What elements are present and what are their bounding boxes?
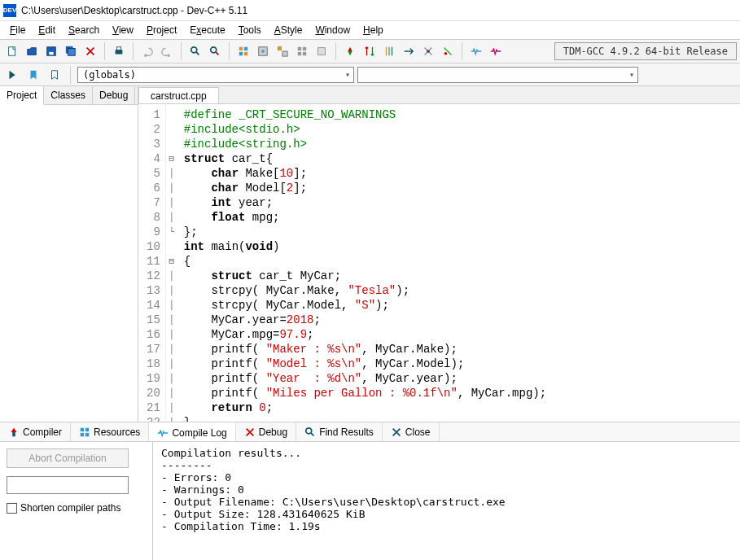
symbols-combo[interactable] (357, 67, 638, 83)
bottom-tab-debug[interactable]: Debug (236, 422, 296, 441)
left-tab-debug[interactable]: Debug (93, 86, 135, 104)
rebuild-icon[interactable] (293, 42, 311, 60)
compile-log-output[interactable]: Compilation results... -------- - Errors… (153, 442, 740, 560)
new-file-icon[interactable] (3, 42, 21, 60)
menu-astyle[interactable]: AStyle (269, 23, 308, 37)
svg-point-7 (191, 47, 197, 53)
save-all-icon[interactable] (62, 42, 80, 60)
bottom-tab-compiler[interactable]: Compiler (0, 422, 71, 441)
compile-filter-input[interactable] (7, 476, 129, 494)
insert-icon[interactable] (3, 66, 21, 84)
open-file-icon[interactable] (23, 42, 41, 60)
svg-rect-0 (9, 47, 15, 56)
abort-compilation-button: Abort Compilation (7, 448, 129, 468)
bottom-tab-compile-log[interactable]: Compile Log (149, 422, 235, 441)
print-icon[interactable] (110, 42, 128, 60)
menu-view[interactable]: View (107, 23, 138, 37)
up-red-icon (8, 427, 20, 438)
menu-help[interactable]: Help (358, 23, 388, 37)
arrows-icon[interactable] (361, 42, 379, 60)
close-icon[interactable] (81, 42, 99, 60)
grid-icon (79, 427, 90, 438)
project-panel: ProjectClassesDebug (0, 86, 138, 422)
toolbar-secondary: (globals) (0, 63, 740, 86)
svg-rect-5 (116, 50, 123, 54)
compile-run-icon[interactable] (274, 42, 291, 60)
save-icon[interactable] (42, 42, 60, 60)
menu-search[interactable]: Search (63, 23, 104, 37)
svg-rect-26 (85, 427, 89, 431)
svg-point-8 (211, 47, 217, 53)
menu-execute[interactable]: Execute (185, 23, 230, 37)
bottom-tab-resources[interactable]: Resources (71, 422, 149, 441)
menubar: FileEditSearchViewProjectExecuteToolsASt… (0, 21, 740, 39)
svg-point-23 (444, 52, 448, 55)
shorten-paths-checkbox[interactable] (7, 503, 17, 514)
svg-rect-28 (85, 432, 89, 435)
compiler-selector[interactable]: TDM-GCC 4.9.2 64-bit Release (554, 42, 737, 60)
profile-icon[interactable] (341, 42, 359, 60)
redo-icon[interactable] (158, 42, 176, 60)
bottom-tab-find-results[interactable]: Find Results (296, 422, 383, 441)
svg-rect-11 (239, 52, 243, 55)
undo-icon[interactable] (138, 42, 156, 60)
svg-rect-9 (239, 47, 243, 50)
svg-point-22 (427, 50, 430, 53)
goto-icon[interactable] (400, 42, 418, 60)
file-tab-carstruct[interactable]: carstruct.cpp (138, 87, 219, 103)
run-icon[interactable] (254, 42, 272, 60)
menu-tools[interactable]: Tools (234, 23, 266, 37)
bottom-tab-close[interactable]: Close (383, 422, 440, 441)
svg-rect-19 (298, 52, 301, 55)
compile-icon[interactable] (234, 42, 252, 60)
toolbar-main: TDM-GCC 4.9.2 64-bit Release (0, 39, 740, 63)
debug-toolbar-icon[interactable] (313, 42, 331, 60)
svg-rect-20 (303, 52, 306, 55)
bug-icon (244, 427, 256, 438)
svg-rect-2 (49, 52, 53, 55)
svg-rect-15 (278, 46, 282, 50)
menu-window[interactable]: Window (310, 23, 355, 37)
svg-rect-12 (244, 52, 247, 55)
titlebar: DEV C:\Users\user\Desktop\carstruct.cpp … (0, 0, 740, 21)
pulse1-icon[interactable] (467, 42, 485, 60)
menu-project[interactable]: Project (142, 23, 182, 37)
menu-file[interactable]: File (5, 23, 30, 37)
bookmark-toggle-icon[interactable] (439, 42, 457, 60)
svg-rect-18 (303, 47, 306, 50)
x-icon (391, 427, 402, 438)
svg-rect-16 (282, 51, 287, 56)
app-icon: DEV (3, 4, 16, 17)
code-editor[interactable]: 1 2 3 4 5 6 7 8 9 10 11 12 13 14 15 16 1… (138, 104, 740, 422)
window-title: C:\Users\user\Desktop\carstruct.cpp - De… (21, 5, 247, 16)
menu-edit[interactable]: Edit (33, 23, 60, 37)
globals-combo[interactable]: (globals) (77, 67, 354, 83)
find-icon[interactable] (186, 42, 204, 60)
svg-point-14 (261, 50, 265, 53)
pulse2-icon[interactable] (487, 42, 505, 60)
goto-bookmark-icon[interactable] (46, 66, 63, 84)
arrows2-icon[interactable] (380, 42, 398, 60)
bookmark-clear-icon[interactable] (419, 42, 437, 60)
left-tab-project[interactable]: Project (0, 86, 44, 105)
svg-rect-21 (318, 48, 326, 55)
pulse-icon (157, 427, 169, 439)
svg-rect-24 (12, 432, 15, 436)
replace-icon[interactable] (206, 42, 224, 60)
svg-rect-10 (244, 47, 247, 50)
svg-point-29 (306, 427, 312, 433)
shorten-paths-label: Shorten compiler paths (20, 502, 120, 514)
left-tab-classes[interactable]: Classes (44, 86, 93, 104)
svg-rect-4 (68, 49, 76, 56)
bookmark-icon[interactable] (24, 66, 42, 84)
svg-rect-17 (298, 47, 301, 50)
search-icon (304, 427, 316, 438)
svg-rect-25 (81, 427, 84, 431)
svg-rect-27 (81, 432, 84, 435)
svg-rect-6 (116, 47, 120, 50)
